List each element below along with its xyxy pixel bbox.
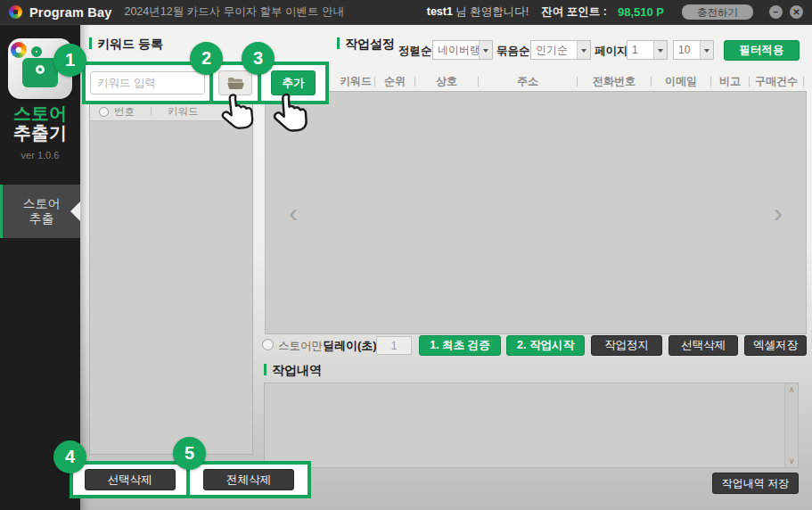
th-purchases: 구매건수 [750,74,803,89]
column-divider [803,77,804,86]
col-no: 번호 [114,105,135,119]
username: test1 [427,5,453,18]
keyword-delete-all-button[interactable]: 전체삭제 [203,469,294,490]
step-badge-3: 3 [242,42,275,75]
sort-dropdown[interactable]: 네이버랭킹 [432,40,493,60]
step-badge-2: 2 [190,42,223,75]
notice-text: 2024년12월 카드사 무이자 할부 이벤트 안내 [124,4,344,20]
close-icon[interactable]: ✕ [790,5,803,19]
page-label: 페이지 [595,44,628,59]
store-only-radio[interactable] [262,339,274,350]
app-title-line1: 스토어 [0,103,80,123]
chevron-down-icon[interactable] [700,41,713,59]
results-table-body[interactable]: ‹ › [265,91,807,334]
charge-button[interactable]: 충전하기 [682,4,753,20]
points-label: 잔여 포인트 : [541,4,607,20]
programbay-logo-icon [9,5,22,19]
th-address: 주소 [479,74,577,89]
scroll-up-icon[interactable]: ∧ [789,385,795,394]
nav-label-line1: 스토어 [23,196,61,211]
history-save-button[interactable]: 작업내역 저장 [712,473,799,494]
th-note: 비고 [711,74,749,89]
app-title: 스토어 추출기 [0,103,80,143]
store-only-label: 스토어만 [278,339,323,354]
keyword-input[interactable] [90,71,205,95]
initial-verify-button[interactable]: 1. 최초 검증 [419,335,501,356]
step-badge-5: 5 [173,437,206,470]
shopping-bag-handle-icon [31,46,42,57]
chevron-down-icon[interactable] [577,41,590,59]
col-keyword: 키워드 [168,105,199,119]
filter-apply-button[interactable]: 필터적용 [724,40,800,61]
minimize-icon[interactable]: − [769,5,783,19]
th-keyword: 키워드 [337,74,374,89]
chevron-down-icon[interactable] [479,41,492,59]
page-size-dropdown[interactable]: 10 [673,40,714,60]
start-work-button[interactable]: 2. 작업시작 [506,335,585,356]
select-all-radio[interactable] [99,107,109,117]
page-size-value: 10 [678,44,690,56]
app-window: Program Bay 2024년12월 카드사 무이자 할부 이벤트 안내 t… [0,0,812,510]
work-panel-title: 작업설정 [337,37,395,53]
keyword-list[interactable]: 번호 키워드 [89,102,253,455]
prev-page-icon[interactable]: ‹ [289,198,298,228]
th-phone: 전화번호 [578,74,651,89]
app-title-line2: 추출기 [0,123,80,143]
sidebar-item-store-extract[interactable]: 스토어 추출 [0,185,80,238]
stop-work-button[interactable]: 작업정지 [591,335,662,356]
keyword-panel-title: 키워드 등록 [89,37,163,53]
select-delete-button[interactable]: 선택삭제 [668,335,738,356]
step-badge-4: 4 [53,440,86,473]
group-value: 인기순 [536,44,568,56]
page-value: 1 [632,44,638,56]
pointer-hand-icon [269,90,313,140]
th-store: 상호 [415,74,478,89]
group-dropdown[interactable]: 인기순 [530,40,591,60]
history-scrollbar[interactable]: ∧ ∨ [784,383,798,467]
highlight-box-select-delete: 선택삭제 [70,461,190,498]
sidebar: 스토어 추출기 ver 1.0.6 스토어 추출 [0,25,80,510]
th-rank: 순위 [375,74,414,89]
pointer-hand-icon [217,90,259,138]
group-label: 묶음순 [496,44,530,59]
welcome-text: test1 님 환영합니다! [427,4,529,20]
step-badge-1: 1 [53,44,86,77]
points-value: 98,510 P [618,5,664,19]
history-panel-title: 작업내역 [264,363,322,379]
brand-name: Program Bay [29,5,111,20]
titlebar: Program Bay 2024년12월 카드사 무이자 할부 이벤트 안내 t… [0,0,812,25]
welcome-suffix: 님 환영합니다! [455,5,529,18]
delay-label: 딜레이(초) [323,338,377,354]
nav-label-line2: 추출 [29,211,54,226]
next-page-icon[interactable]: › [774,198,783,228]
app-version: ver 1.0.6 [0,150,80,160]
scroll-down-icon[interactable]: ∨ [789,457,795,465]
chevron-down-icon[interactable] [653,41,667,59]
column-divider [151,107,152,116]
page-dropdown[interactable]: 1 [627,40,668,60]
keyword-select-delete-button[interactable]: 선택삭제 [85,469,176,490]
th-email: 이메일 [652,74,710,89]
shopping-bag-dot-icon [36,65,45,74]
results-table-header: 키워드 순위 상호 주소 전화번호 이메일 비고 구매건수 [337,71,807,91]
highlight-box-delete-all: 전체삭제 [186,461,311,498]
folder-icon [227,77,244,90]
programbay-mini-logo-icon [11,42,27,58]
excel-save-button[interactable]: 엑셀저장 [744,335,807,356]
sort-label: 정렬순 [398,44,432,59]
history-log-area[interactable]: ∧ ∨ [264,382,799,468]
delay-input[interactable] [376,336,412,355]
